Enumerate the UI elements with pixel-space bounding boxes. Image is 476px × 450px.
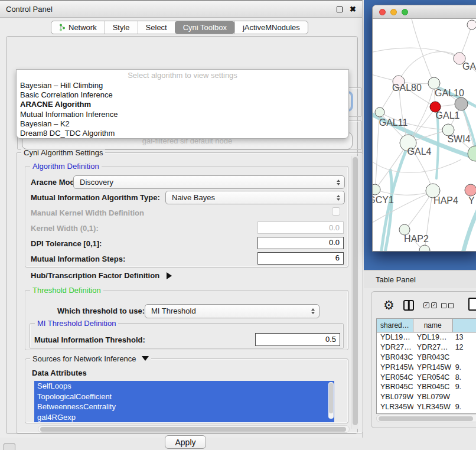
which-threshold-value: MI Threshold: [151, 306, 196, 315]
algorithm-option[interactable]: Bayesian – Hill Climbing: [17, 81, 348, 90]
table-row[interactable]: YIL052CYIL052C9.: [377, 412, 476, 414]
network-node-y[interactable]: [465, 184, 476, 196]
mi-steps-field[interactable]: 6: [257, 252, 344, 265]
export-table-icon[interactable]: [468, 298, 476, 311]
node-table[interactable]: shared… name YDL19…YDL19…13YDR27…YDR27…1…: [376, 318, 476, 414]
table-row[interactable]: YBR043CYBR043C: [377, 353, 476, 363]
network-node-gal11[interactable]: [375, 107, 384, 117]
table-cell: YBR043C: [413, 353, 453, 363]
network-edge: [373, 48, 459, 58]
data-attributes-list[interactable]: SelfLoopsTopologicalCoefficientBetweenne…: [34, 381, 334, 422]
table-row[interactable]: YBL079WYBL079W: [377, 392, 476, 402]
gear-icon[interactable]: ⚙: [383, 298, 395, 312]
attribute-item[interactable]: TopologicalCoefficient: [34, 392, 334, 402]
deselect-all-icon[interactable]: [441, 303, 454, 308]
mi-type-combo[interactable]: Naive Bayes: [165, 191, 345, 204]
tab-cyni-toolbox[interactable]: Cyni Toolbox: [175, 21, 234, 34]
minimize-traffic-light[interactable]: [390, 9, 397, 15]
column-header-shared[interactable]: shared…: [377, 319, 413, 332]
node-label: GAL1: [436, 110, 460, 120]
network-node-gal10[interactable]: [428, 77, 440, 89]
algorithm-option[interactable]: ARACNE Algorithm: [17, 100, 348, 109]
table-cell: YDL19…: [377, 332, 413, 343]
table-cell: YBR045C: [413, 382, 453, 392]
mi-steps-label: Mutual Information Steps:: [31, 255, 125, 263]
network-canvas[interactable]: GALGAL80GAL10GAL1GAL11SWI4GAL4GCY1HAP4YH…: [373, 19, 476, 251]
kernel-width-field[interactable]: 0.0: [257, 221, 344, 234]
node-label: SWI4: [447, 134, 470, 144]
network-window-titlebar: [373, 5, 476, 19]
network-view-window[interactable]: GALGAL80GAL10GAL1GAL11SWI4GAL4GCY1HAP4YH…: [372, 5, 476, 252]
scrollbar-thumb[interactable]: [329, 383, 333, 413]
minimized-panel-icon[interactable]: [4, 444, 15, 450]
table-cell: YBL079W: [413, 392, 453, 402]
mi-threshold-label: Mutual Information Threshold:: [34, 335, 145, 344]
mi-threshold-field[interactable]: 0.5: [255, 333, 340, 346]
tab-network[interactable]: Network: [51, 21, 105, 34]
close-icon[interactable]: ✖: [350, 6, 356, 12]
apply-button[interactable]: Apply: [165, 435, 206, 449]
tab-style[interactable]: Style: [105, 21, 138, 34]
network-node[interactable]: [467, 20, 476, 30]
table-panel: ⚙ ✓✓ shared… name YDL19…YDL19…13YDR27…YD…: [371, 291, 476, 428]
scrollbar-thumb[interactable]: [40, 427, 346, 432]
network-edge: [373, 159, 461, 173]
float-window-icon[interactable]: [337, 6, 343, 12]
mi-type-value: Naive Bayes: [172, 193, 215, 202]
table-horizontal-scrollbar[interactable]: [376, 415, 476, 422]
scrollbar-thumb[interactable]: [379, 416, 473, 421]
table-row[interactable]: YLR345WYLR345W9.: [377, 402, 476, 412]
close-traffic-light[interactable]: [379, 9, 386, 15]
column-header-name[interactable]: name: [413, 319, 453, 332]
network-node[interactable]: [455, 97, 468, 110]
algorithm-option[interactable]: Basic Correlation Inference: [17, 90, 348, 100]
zoom-traffic-light[interactable]: [402, 9, 408, 15]
algorithm-prompt: Select algorithm to view settings: [17, 70, 348, 81]
data-attributes-label: Data Attributes: [32, 369, 87, 377]
table-row[interactable]: YER054CYER054C8.: [377, 373, 476, 383]
sources-group-title[interactable]: Sources for Network Inference: [30, 354, 151, 363]
collapse-down-icon: [142, 356, 149, 361]
attribute-item[interactable]: SelfLoops: [34, 381, 334, 392]
table-row[interactable]: YBR045CYBR045C9.: [377, 382, 476, 392]
table-cell: 8.: [453, 373, 476, 383]
tab-select[interactable]: Select: [138, 21, 175, 34]
node-label: HAP4: [433, 195, 458, 206]
algorithm-option[interactable]: Mutual Information Inference: [17, 110, 348, 119]
attribute-item[interactable]: BetweennessCentrality: [34, 402, 334, 412]
column-header-third[interactable]: [453, 319, 476, 332]
select-all-icon[interactable]: ✓✓: [423, 302, 437, 308]
table-row[interactable]: YDL19…YDL19…13: [377, 332, 476, 343]
hub-definition-label: Hub/Transcription Factor Definition: [31, 271, 159, 280]
which-threshold-combo[interactable]: MI Threshold: [145, 304, 319, 318]
table-header-row: shared… name: [377, 319, 476, 332]
network-node[interactable]: [419, 245, 430, 251]
aracne-mode-value: Discovery: [80, 178, 113, 187]
tab-network-label: Network: [69, 21, 97, 34]
tab-jactivemnodules[interactable]: jActiveMNodules: [234, 21, 308, 34]
threshold-definition-title: Threshold Definition: [30, 286, 103, 295]
hub-definition-toggle[interactable]: Hub/Transcription Factor Definition: [31, 271, 172, 280]
settings-vertical-scrollbar[interactable]: [351, 156, 358, 429]
window-title: Control Panel: [6, 5, 53, 14]
table-cell: YPR145W: [377, 363, 413, 373]
table-cell: YLR345W: [413, 402, 453, 412]
table-toolbar: ⚙ ✓✓: [371, 296, 476, 317]
dpi-tolerance-field[interactable]: 0.0: [257, 237, 344, 249]
manual-kernel-checkbox[interactable]: [332, 207, 340, 216]
settings-horizontal-scrollbar[interactable]: [38, 425, 350, 433]
node-label: GAL4: [407, 146, 432, 156]
attribute-item[interactable]: gal4RGexp: [34, 412, 334, 423]
algorithm-option[interactable]: Bayesian – K2: [17, 119, 348, 129]
table-row[interactable]: YPR145WYPR145W9.: [377, 363, 476, 373]
table-cell: YBL079W: [377, 392, 413, 402]
network-node-gcy1[interactable]: [373, 184, 380, 195]
scrollbar-thumb[interactable]: [353, 157, 358, 425]
table-row[interactable]: YDR27…YDR27…12: [377, 343, 476, 353]
attributes-scrollbar[interactable]: [328, 382, 334, 419]
aracne-mode-combo[interactable]: Discovery: [73, 175, 345, 189]
algorithm-definition-title: Algorithm Definition: [30, 162, 102, 171]
cyni-toolbox-panel: gal-filtered sif default node Select alg…: [6, 36, 358, 434]
algorithm-option[interactable]: Dream8 DC_TDC Algorithm: [17, 129, 348, 138]
column-view-icon[interactable]: [403, 300, 414, 311]
